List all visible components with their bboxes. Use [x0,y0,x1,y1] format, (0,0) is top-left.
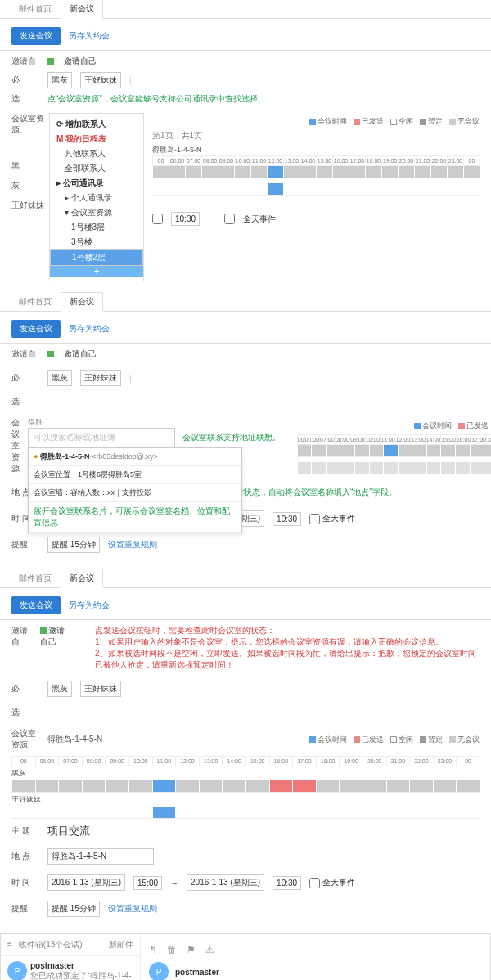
annotation-1: 点“会议室资源”，会议室能够号支持公司通讯录中查找选择。 [47,93,266,105]
cc-chip[interactable]: 王好妹妹 [80,72,121,88]
status-dot [47,58,54,65]
resource-search-input[interactable]: 可以搜索名称或地址簿 [28,428,175,447]
subject-input[interactable]: 项目交流 [47,824,90,838]
time-end[interactable]: 10:30 [273,512,301,526]
save-as-button-2[interactable]: 另存为约会 [69,323,110,335]
tree-company[interactable]: ▸ 公司通讯录 [50,176,143,191]
to-label: 必 [11,74,39,86]
cc-label: 选 [11,93,39,105]
repeat-link[interactable]: 设置重复规则 [108,539,157,551]
invitee-value: 邀请自己 [64,56,97,67]
timeline-track-2 [152,183,480,196]
reply-icon[interactable]: ↰ [149,944,157,955]
allday-label: 全天事件 [243,214,276,225]
send-meeting-button-3[interactable]: 发送会议 [11,596,61,614]
allday-check[interactable] [152,214,163,224]
mail-item-0[interactable]: P postmaster 您已成功预定了:得胜岛-1-4-5-N 会议室！ 会议… [1,956,140,980]
flag-icon[interactable]: ⚑ [187,944,196,955]
tab-home-2[interactable]: 邮件首页 [10,292,61,311]
inbox-title: 收件箱(13个会话) [19,939,83,951]
resource-title: 会议室资源 [11,113,49,136]
time-select[interactable]: 10:30 [171,212,200,226]
tree-personal[interactable]: ▸ 个人通讯录 [50,191,143,205]
send-meeting-button[interactable]: 发送会议 [11,27,61,45]
tree-my-calendar[interactable]: M 我的日程表 [50,132,143,146]
tree-add-contact[interactable]: ⟳ 增加联系人 [50,117,143,132]
resource-suggestion-list[interactable]: ● 得胜岛-1-4-5-N·<rb03desktop@.xy> 会议室位置：1号… [28,447,242,533]
tab-home[interactable]: 邮件首页 [10,0,61,18]
allday-3[interactable] [309,514,320,524]
spam-icon[interactable]: ⚠ [205,944,214,955]
tab-new-meeting-2[interactable]: 新会议 [61,292,103,312]
send-meeting-button-2[interactable]: 发送会议 [11,320,61,338]
invitee-label: 邀请自 [11,56,39,67]
contact-tree[interactable]: ⟳ 增加联系人 M 我的日程表 其他联系人 全部联系人 ▸ 公司通讯录 ▸ 个人… [49,113,144,281]
tree-selected[interactable]: 1号楼2层 [50,249,143,266]
resource-title-2: 会议室资源 [11,417,20,474]
tree-row2[interactable]: 3号楼 [50,235,143,249]
tab-new-meeting[interactable]: 新会议 [61,0,103,19]
compose-mail[interactable]: 新邮件 [109,939,133,951]
tree-room-resource[interactable]: ▾ 会议室资源 [50,205,143,220]
timeline-track-1 [152,166,480,178]
to-chip[interactable]: 黑灰 [47,72,72,88]
delete-icon[interactable]: 🗑 [167,944,177,955]
conflict-warning: 点发送会议按钮时，需要检查此时会议室的状态： 1、如果用户输入的对象不是会议室，… [95,625,480,671]
tree-other[interactable]: 其他联系人 [50,146,143,161]
tree-all[interactable]: 全部联系人 [50,161,143,176]
remind-select[interactable]: 提醒 15分钟 [47,537,100,553]
save-as-button[interactable]: 另存为约会 [69,30,110,42]
allday-check-2[interactable] [224,214,235,224]
tree-row1[interactable]: 1号楼3层 [50,220,143,235]
mail-from: postmaster [175,968,219,977]
tree-add-button[interactable]: + [50,266,143,277]
timeline-row-label: 得胜岛-1-4-5-N [152,145,480,155]
